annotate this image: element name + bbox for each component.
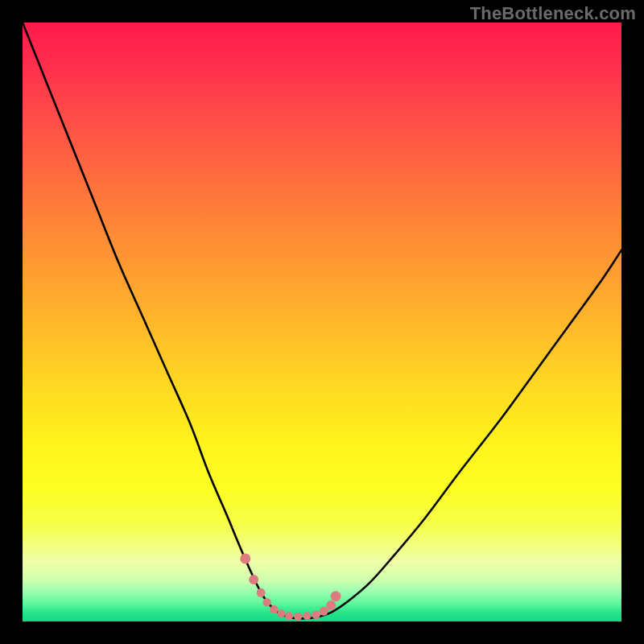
watermark-text: TheBottleneck.com	[470, 3, 636, 24]
optimal-marker	[285, 612, 293, 620]
outer-frame: TheBottleneck.com	[0, 0, 644, 644]
plot-area	[23, 23, 621, 621]
optimal-marker	[312, 611, 320, 619]
chart-svg	[23, 23, 621, 621]
optimal-marker	[262, 598, 270, 606]
curve-layer	[23, 23, 621, 618]
optimal-range-markers	[240, 553, 341, 621]
optimal-marker	[320, 607, 328, 616]
optimal-marker	[277, 609, 285, 617]
bottleneck-curve	[23, 23, 621, 618]
optimal-marker	[303, 612, 311, 620]
optimal-marker	[270, 605, 278, 613]
optimal-marker	[326, 601, 336, 610]
optimal-marker	[257, 588, 266, 597]
optimal-marker	[294, 613, 302, 621]
optimal-marker	[240, 553, 250, 564]
optimal-marker	[249, 575, 258, 584]
optimal-marker	[331, 591, 341, 601]
